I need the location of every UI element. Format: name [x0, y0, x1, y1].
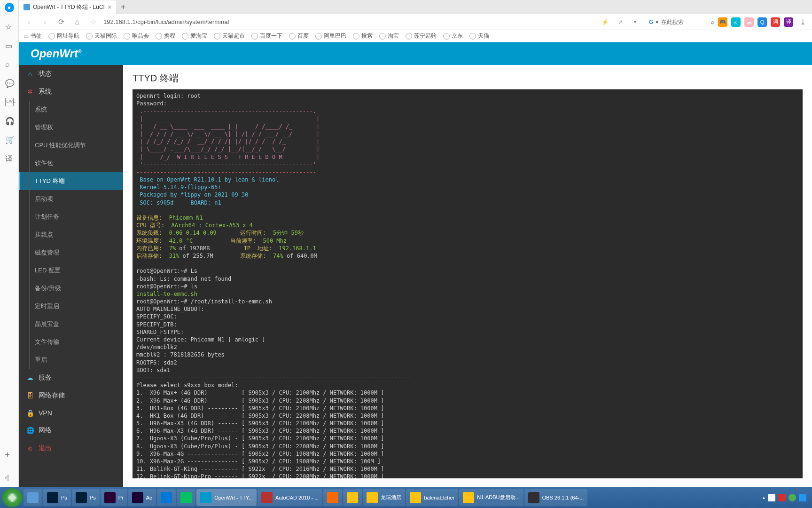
bookmark-star-icon[interactable]: ☆ — [87, 16, 99, 28]
start-button[interactable] — [2, 488, 23, 507]
taskbar-item[interactable]: Ps — [72, 489, 100, 506]
sidebar-subitem[interactable]: 计划任务 — [19, 208, 123, 226]
collapse-icon[interactable]: ‹| — [5, 474, 14, 482]
app-icon — [463, 492, 474, 503]
search-engine-icon[interactable]: G — [649, 19, 653, 25]
sidebar-item-logout[interactable]: ⎋ 退出 — [19, 439, 123, 457]
taskbar-item[interactable]: balenaEtcher — [406, 489, 458, 506]
taskbar-item[interactable]: OBS 26.1.1 (64-... — [524, 489, 588, 506]
ext-icon-6[interactable]: 译 — [784, 17, 793, 27]
live-icon[interactable]: LIVE — [5, 98, 14, 106]
tray-icon[interactable] — [778, 494, 786, 501]
taskbar-label: Pr — [118, 495, 124, 500]
forward-button[interactable]: › — [39, 16, 51, 28]
ext-icon-1[interactable]: 🎮 — [718, 17, 727, 27]
sidebar-subitem[interactable]: 定时重启 — [19, 297, 123, 315]
sidebar-subitem[interactable]: 磁盘管理 — [19, 244, 123, 262]
taskbar-item[interactable] — [177, 489, 195, 506]
taskbar-item[interactable]: Ae — [128, 489, 156, 506]
sidebar-subitem[interactable]: 管理权 — [19, 119, 123, 136]
sidebar-subitem[interactable]: 启动项 — [19, 190, 123, 208]
search-icon[interactable]: ⌕ — [5, 60, 14, 69]
bookmark-item[interactable]: 阿里巴巴 — [315, 32, 346, 40]
sidebar-subitem[interactable]: TTYD 终端 — [19, 172, 123, 190]
ext-icon-4[interactable]: Q — [757, 17, 767, 27]
bookmark-item[interactable]: ▭ 书签 — [23, 32, 42, 40]
browser-logo-icon[interactable]: ● — [5, 3, 14, 12]
add-icon[interactable]: + — [5, 450, 14, 459]
system-tray[interactable]: ▴ — [763, 494, 810, 501]
star-icon[interactable]: ☆ — [5, 23, 14, 31]
bookmark-item[interactable]: 网址导航 — [48, 32, 79, 40]
search-box[interactable]: G ▾ ⌕ — [645, 19, 714, 25]
sidebar-subitem[interactable]: LED 配置 — [19, 262, 123, 279]
browser-tab[interactable]: OpenWrt - TTYD 终端 - LuCI × — [19, 0, 116, 14]
bookmark-item[interactable]: 百度 — [289, 32, 309, 40]
taskbar-item[interactable]: Pr — [101, 489, 127, 506]
bookmark-item[interactable]: 苏宁易购 — [406, 32, 437, 40]
ext-icon-2[interactable]: ∞ — [731, 17, 741, 27]
url-field[interactable]: 192.168.1.1/cgi-bin/luci/admin/system/te… — [103, 18, 229, 25]
taskbar-item[interactable] — [157, 489, 176, 506]
taskbar-item[interactable] — [323, 489, 342, 506]
sidebar-subitem[interactable]: 系统 — [19, 101, 123, 119]
chat-icon[interactable]: 💬 — [5, 79, 14, 87]
taskbar-item[interactable]: 龙瑞酒店 — [363, 489, 405, 506]
app-icon — [200, 492, 211, 503]
headphone-icon[interactable]: 🎧 — [5, 117, 14, 125]
terminal[interactable]: OpenWrt login: root Password: .---------… — [133, 89, 803, 478]
taskbar-item[interactable]: Ps — [43, 489, 71, 506]
sidebar-item-vpn[interactable]: 🔒 VPN — [19, 405, 123, 421]
app-icon — [261, 492, 273, 503]
taskbar-item[interactable]: OpenWrt - TTY... — [196, 489, 257, 506]
tray-expand-icon[interactable]: ▴ — [763, 495, 765, 500]
ext-icon-3[interactable]: ☁ — [744, 17, 754, 27]
cart-icon[interactable]: 🛒 — [5, 135, 14, 144]
sidebar-item-network[interactable]: 🌐 网络 — [19, 421, 123, 439]
bookmark-item[interactable]: 百度一下 — [251, 32, 282, 40]
taskbar-item[interactable] — [343, 489, 362, 506]
bookmark-item[interactable]: 淘宝 — [379, 32, 399, 40]
sidebar-subitem[interactable]: 挂载点 — [19, 226, 123, 244]
sidebar-subitem[interactable]: 重启 — [19, 351, 123, 369]
sidebar-subitem[interactable]: 软件包 — [19, 154, 123, 172]
sidebar-item-system[interactable]: ✲ 系统 — [19, 83, 123, 101]
sidebar-subitem[interactable]: CPU 性能优化调节 — [19, 136, 123, 154]
share-icon[interactable]: ↗ — [615, 16, 626, 28]
taskbar-item[interactable] — [23, 489, 42, 506]
bookmark-item[interactable]: 天猫国际 — [86, 32, 117, 40]
tray-icon[interactable] — [799, 494, 806, 501]
reload-button[interactable]: ⟳ — [55, 16, 67, 28]
bookmark-item[interactable]: 携程 — [156, 32, 175, 40]
bookmark-item[interactable]: 爱淘宝 — [182, 32, 207, 40]
back-button[interactable]: ‹ — [23, 16, 35, 28]
sidebar-subitem[interactable]: 晶晨宝盒 — [19, 315, 123, 333]
ext-icon-5[interactable]: 词 — [771, 17, 780, 27]
bookmark-item[interactable]: 天猫 — [469, 32, 489, 40]
sidebar-item-nas[interactable]: 🗄 网络存储 — [19, 387, 123, 405]
download-icon[interactable]: ⤓ — [797, 16, 808, 28]
app-logo[interactable]: OpenWrt® — [31, 47, 81, 60]
taskbar-label: OpenWrt - TTY... — [214, 495, 253, 500]
home-button[interactable]: ⌂ — [71, 16, 83, 28]
chevron-down-icon[interactable]: ▾ — [630, 16, 641, 28]
sidebar-item-services[interactable]: ☁ 服务 — [19, 369, 123, 387]
search-submit-icon[interactable]: ⌕ — [711, 19, 714, 25]
new-tab-button[interactable]: + — [121, 2, 126, 12]
translate-icon[interactable]: 译 — [5, 154, 14, 163]
sidebar-item-status[interactable]: ⌂ 状态 — [19, 65, 123, 83]
book-icon[interactable]: ▭ — [5, 41, 14, 50]
tray-icon[interactable] — [768, 494, 775, 501]
bookmark-item[interactable]: 唯品会 — [124, 32, 149, 40]
close-icon[interactable]: × — [108, 3, 111, 11]
search-input[interactable] — [661, 19, 708, 25]
tray-icon[interactable] — [789, 494, 796, 501]
taskbar-item[interactable]: AutoCAD 2010 - ... — [258, 489, 322, 506]
sidebar-subitem[interactable]: 备份/升级 — [19, 279, 123, 297]
flash-icon[interactable]: ⚡ — [600, 16, 611, 28]
bookmark-item[interactable]: 京东 — [443, 32, 463, 40]
taskbar-item[interactable]: N1-ADBU盘启动... — [459, 489, 523, 506]
bookmark-item[interactable]: 搜索 — [353, 32, 373, 40]
sidebar-subitem[interactable]: 文件传输 — [19, 333, 123, 351]
bookmark-item[interactable]: 天猫超市 — [214, 32, 245, 40]
